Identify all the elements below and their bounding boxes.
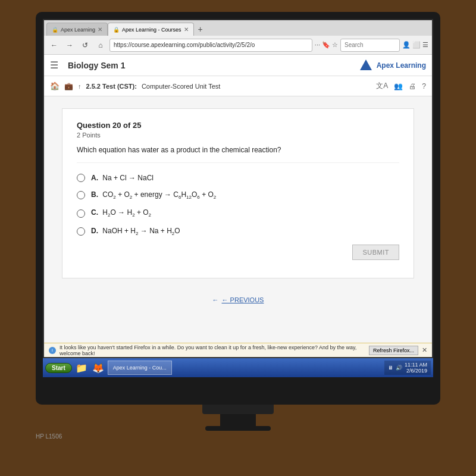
nav-icons: ··· 🔖 ☆ xyxy=(315,41,338,49)
apex-logo-text: Apex Learning xyxy=(377,61,426,70)
people-icon[interactable]: 👥 xyxy=(394,82,403,90)
option-d-text: D. NaOH + H2 → Na + H2O xyxy=(91,227,180,236)
systray-monitor-icon: 🖥 xyxy=(388,365,393,371)
breadcrumb-label: 2.5.2 Test (CST): xyxy=(86,83,137,90)
reload-button[interactable]: ↺ xyxy=(79,39,92,52)
browser-tabs: 🔒 Apex Learning ✕ 🔒 Apex Learning - Cour… xyxy=(44,20,432,36)
browser-extra-icons: 👤 ⬜ ☰ xyxy=(402,41,428,49)
account-icon: 👤 xyxy=(402,41,411,49)
monitor-model-label: HP L1506 xyxy=(36,433,62,440)
option-c-text: C. H2O → H2 + O2 xyxy=(91,208,151,218)
apex-header: ☰ Biology Sem 1 Apex Learning xyxy=(44,55,432,76)
firefox-bar-message: It looks like you haven't started Firefo… xyxy=(60,345,365,356)
previous-button[interactable]: ← ← PREVIOUS xyxy=(212,296,264,303)
main-content: Question 20 of 25 2 Points Which equatio… xyxy=(44,96,432,343)
refresh-firefox-button[interactable]: Refresh Firefox... xyxy=(369,346,418,355)
taskbar-firefox-icon[interactable]: 🦊 xyxy=(91,361,105,375)
monitor-base xyxy=(202,405,274,414)
hamburger-icon[interactable]: ☰ xyxy=(50,60,58,71)
option-a[interactable]: A. Na + Cl → NaCl xyxy=(77,174,399,182)
new-tab-button[interactable]: + xyxy=(195,24,206,35)
taskbar-apex-app[interactable]: Apex Learning - Cou... xyxy=(108,361,172,375)
left-arrow-icon: ← xyxy=(212,296,219,303)
course-title: Biology Sem 1 xyxy=(68,61,125,70)
tab-close-active-icon[interactable]: ✕ xyxy=(184,26,189,33)
question-number: Question 20 of 25 xyxy=(77,121,399,130)
up-arrow-icon: ↑ xyxy=(78,83,82,90)
question-points: 2 Points xyxy=(77,131,399,139)
url-input[interactable] xyxy=(109,39,312,52)
bottom-nav: ← ← PREVIOUS xyxy=(62,290,414,309)
monitor: 🔒 Apex Learning ✕ 🔒 Apex Learning - Cour… xyxy=(36,12,440,405)
print-icon[interactable]: 🖨 xyxy=(409,82,416,90)
start-button[interactable]: Start xyxy=(45,363,72,373)
tab-close-icon[interactable]: ✕ xyxy=(98,26,102,33)
systray-volume-icon: 🔊 xyxy=(396,365,402,371)
briefcase-icon[interactable]: 💼 xyxy=(64,82,73,90)
content-header-left: 🏠 💼 ↑ 2.5.2 Test (CST): Computer-Scored … xyxy=(50,82,220,90)
option-c[interactable]: C. H2O → H2 + O2 xyxy=(77,208,399,218)
systray-date: 2/6/2019 xyxy=(405,368,427,374)
submit-area: SUBMIT xyxy=(77,245,399,260)
submit-button[interactable]: SUBMIT xyxy=(352,245,399,260)
option-d[interactable]: D. NaOH + H2 → Na + H2O xyxy=(77,227,399,236)
option-b-text: B. CO2 + O2 + energy → C6H12O6 + O2 xyxy=(91,190,216,200)
screen: 🔒 Apex Learning ✕ 🔒 Apex Learning - Cour… xyxy=(43,19,433,358)
search-input[interactable] xyxy=(340,39,400,52)
forward-button[interactable]: → xyxy=(63,39,76,52)
radio-c[interactable] xyxy=(77,209,85,218)
radio-a[interactable] xyxy=(77,174,85,182)
apex-logo-icon xyxy=(359,58,373,73)
help-icon[interactable]: ? xyxy=(422,82,426,90)
tab-apex-courses[interactable]: 🔒 Apex Learning - Courses ✕ xyxy=(108,23,194,36)
test-name: Computer-Scored Unit Test xyxy=(142,83,220,90)
content-header-right: 文A 👥 🖨 ? xyxy=(376,81,426,91)
back-button[interactable]: ← xyxy=(48,39,61,52)
tab-apex-learning[interactable]: 🔒 Apex Learning ✕ xyxy=(46,23,108,36)
content-header: 🏠 💼 ↑ 2.5.2 Test (CST): Computer-Scored … xyxy=(44,76,432,96)
home-button[interactable]: ⌂ xyxy=(94,39,107,52)
svg-marker-0 xyxy=(360,60,372,70)
question-text: Which equation has water as a product in… xyxy=(77,146,399,163)
translate-icon[interactable]: 文A xyxy=(376,81,388,91)
option-a-text: A. Na + Cl → NaCl xyxy=(91,174,154,182)
taskbar-folder-icon[interactable]: 📁 xyxy=(74,361,89,375)
star-icon: ☆ xyxy=(332,41,338,49)
monitor-foot xyxy=(205,426,271,431)
systray: 🖥 🔊 11:11 AM 2/6/2019 xyxy=(384,361,431,375)
firefox-bar: i It looks like you haven't started Fire… xyxy=(44,343,432,357)
apex-logo: Apex Learning xyxy=(359,58,426,73)
radio-d[interactable] xyxy=(77,227,85,236)
firefox-bar-close-button[interactable]: ✕ xyxy=(422,346,427,354)
bookmark-icon: 🔖 xyxy=(322,41,330,49)
home-icon[interactable]: 🏠 xyxy=(50,82,60,90)
systray-time: 11:11 AM xyxy=(405,362,427,368)
menu-dots-icon: ☰ xyxy=(422,41,428,49)
info-icon: i xyxy=(49,347,56,354)
radio-b[interactable] xyxy=(77,191,85,199)
window-icon: ⬜ xyxy=(412,41,421,49)
taskbar: Start 📁 🦊 Apex Learning - Cou... 🖥 🔊 11:… xyxy=(43,358,433,377)
monitor-stand xyxy=(220,414,256,426)
security-icon: ··· xyxy=(315,41,320,49)
question-card: Question 20 of 25 2 Points Which equatio… xyxy=(62,108,414,278)
browser-nav: ← → ↺ ⌂ ··· 🔖 ☆ 👤 ⬜ ☰ xyxy=(44,36,432,55)
option-b[interactable]: B. CO2 + O2 + energy → C6H12O6 + O2 xyxy=(77,190,399,200)
